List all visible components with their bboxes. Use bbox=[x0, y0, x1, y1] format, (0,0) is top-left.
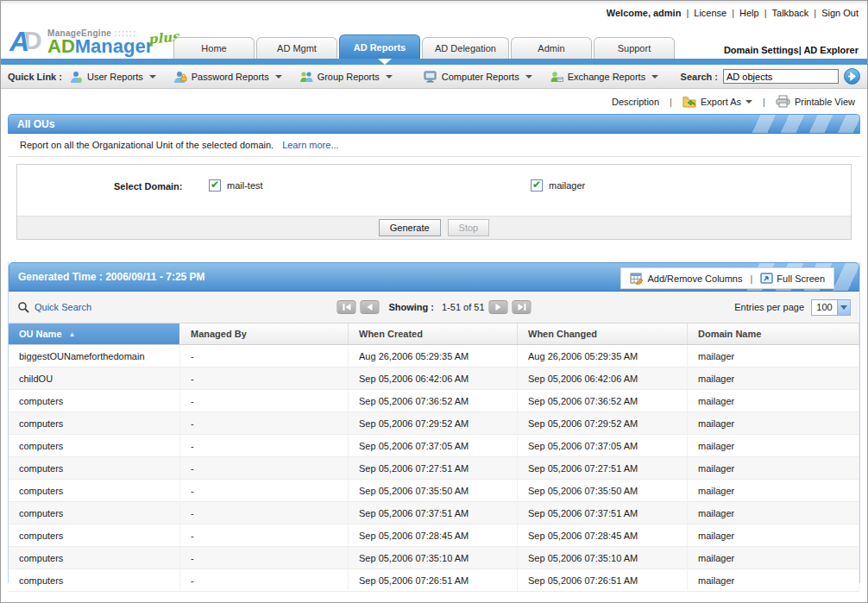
app-window: Welcome, admin | License | Help | Talkba… bbox=[0, 0, 868, 603]
domain-settings-link[interactable]: Domain Settings bbox=[724, 45, 799, 55]
table-cell: - bbox=[180, 480, 349, 501]
table-cell: mailager bbox=[688, 390, 859, 411]
column-header-ou-name[interactable]: OU Name ▲ bbox=[9, 323, 180, 344]
description-button[interactable]: Description bbox=[612, 97, 659, 107]
talkback-link[interactable]: Talkback bbox=[772, 8, 809, 18]
tab-ad-reports[interactable]: AD Reports bbox=[339, 35, 420, 59]
check-icon: ✔ bbox=[211, 179, 219, 190]
domain-option-mailager: ✔ mailager bbox=[531, 179, 585, 192]
column-header-when-created[interactable]: When Created bbox=[349, 323, 518, 344]
sort-asc-icon: ▲ bbox=[69, 330, 76, 338]
menu-exchange-reports[interactable]: Exchange Reports bbox=[550, 70, 659, 84]
showing-label: Showing : bbox=[388, 302, 434, 312]
full-screen-button[interactable]: Full Screen bbox=[760, 273, 825, 284]
menu-computer-reports[interactable]: Computer Reports bbox=[424, 70, 532, 84]
signout-link[interactable]: Sign Out bbox=[821, 8, 859, 18]
first-page-button[interactable] bbox=[337, 300, 355, 314]
table-cell: childOU bbox=[9, 367, 180, 389]
menu-label: Exchange Reports bbox=[568, 72, 646, 82]
search-go-button[interactable] bbox=[844, 68, 860, 85]
column-header-domain-name[interactable]: Domain Name bbox=[688, 323, 859, 344]
app-logo[interactable]: DA ManageEngine :::::: ADManager plus bbox=[9, 26, 153, 57]
logo-manager: Manager bbox=[75, 35, 153, 57]
entries-per-page-select[interactable]: 100 bbox=[811, 299, 851, 316]
next-page-button[interactable] bbox=[489, 300, 508, 314]
menu-password-reports[interactable]: Password Reports bbox=[173, 70, 282, 84]
search-area: Search : bbox=[681, 68, 860, 85]
table-cell: Sep 05,2006 07:35:10 AM bbox=[349, 547, 518, 568]
table-row: biggestOUNameforthedomain-Aug 26,2006 05… bbox=[9, 345, 859, 367]
table-header: OU Name ▲ Managed By When Created When C… bbox=[9, 323, 859, 345]
tab-home[interactable]: Home bbox=[173, 37, 255, 59]
entries-per-page-value: 100 bbox=[812, 302, 837, 312]
column-header-managed-by[interactable]: Managed By bbox=[180, 323, 349, 344]
user-reports-icon bbox=[69, 70, 83, 84]
help-link[interactable]: Help bbox=[739, 8, 759, 18]
quick-search-button[interactable]: Quick Search bbox=[17, 301, 91, 313]
table-cell: Sep 05,2006 07:26:51 AM bbox=[518, 569, 688, 591]
table-cell: - bbox=[180, 435, 349, 456]
table-actions-box: Add/Remove Columns | Full Screen bbox=[620, 267, 834, 289]
table-row: computers-Sep 05,2006 07:37:05 AMSep 05,… bbox=[9, 435, 859, 457]
entries-per-page-label: Entries per page bbox=[734, 302, 804, 312]
table-cell: biggestOUNameforthedomain bbox=[9, 345, 180, 367]
table-tools-row: Quick Search Showing : 1-51 of 51 Entrie… bbox=[9, 292, 859, 323]
chevron-down-icon bbox=[386, 75, 393, 79]
chevron-down-icon bbox=[837, 300, 850, 315]
table-body: biggestOUNameforthedomain-Aug 26,2006 05… bbox=[9, 345, 859, 592]
report-description: Report on all the Organizational Unit of… bbox=[20, 140, 274, 150]
tab-ad-delegation[interactable]: AD Delegation bbox=[422, 37, 509, 59]
table-cell: Sep 05,2006 07:29:52 AM bbox=[349, 412, 518, 434]
table-cell: mailager bbox=[688, 569, 859, 591]
printable-view-button[interactable]: Printable View bbox=[776, 95, 855, 108]
arrow-right-icon bbox=[847, 72, 857, 81]
add-remove-columns-button[interactable]: Add/Remove Columns bbox=[630, 273, 742, 285]
separator: | bbox=[799, 45, 802, 55]
chevron-down-icon bbox=[149, 75, 156, 79]
table-cell: Sep 05,2006 07:37:05 AM bbox=[518, 435, 688, 456]
mail-test-checkbox[interactable]: ✔ bbox=[209, 179, 221, 192]
menu-group-reports[interactable]: Group Reports bbox=[299, 70, 393, 84]
table-cell: - bbox=[180, 502, 349, 524]
accent-bar bbox=[1, 59, 867, 65]
admanager-logo-icon: DA bbox=[9, 26, 47, 57]
export-icon bbox=[682, 95, 696, 108]
ad-explorer-link[interactable]: AD Explorer bbox=[803, 45, 859, 55]
separator: | bbox=[670, 97, 672, 107]
table-cell: - bbox=[180, 547, 349, 568]
description-label: Description bbox=[612, 97, 659, 107]
previous-page-button[interactable] bbox=[360, 300, 379, 314]
table-cell: - bbox=[180, 390, 349, 411]
full-screen-icon bbox=[760, 273, 773, 284]
printable-view-label: Printable View bbox=[795, 97, 855, 107]
column-header-when-changed[interactable]: When Changed bbox=[518, 323, 688, 344]
search-input[interactable] bbox=[723, 69, 839, 84]
select-domain-label: Select Domain: bbox=[114, 181, 182, 192]
domain-select-panel: Select Domain: ✔ mail-test ✔ mailager Ge… bbox=[16, 164, 852, 240]
table-cell: Sep 05,2006 07:28:45 AM bbox=[349, 524, 518, 546]
table-cell: computers bbox=[9, 390, 180, 411]
table-cell: Sep 05,2006 07:35:50 AM bbox=[518, 480, 688, 501]
table-cell: mailager bbox=[688, 524, 859, 546]
chevron-down-icon bbox=[275, 75, 282, 79]
mailager-checkbox[interactable]: ✔ bbox=[531, 179, 543, 192]
table-cell: mailager bbox=[688, 502, 859, 524]
separator: | bbox=[763, 97, 765, 107]
license-link[interactable]: License bbox=[694, 8, 726, 18]
computer-reports-icon bbox=[424, 70, 437, 84]
tab-admin[interactable]: Admin bbox=[511, 37, 592, 59]
magnifier-icon bbox=[17, 301, 29, 313]
chevron-down-icon bbox=[651, 75, 658, 79]
generated-time: Generated Time : 2006/09/11 - 7:25 PM bbox=[18, 271, 205, 283]
last-page-button[interactable] bbox=[513, 300, 531, 314]
table-cell: Sep 05,2006 06:42:06 AM bbox=[349, 367, 518, 389]
table-cell: Aug 26,2006 05:29:35 AM bbox=[518, 345, 688, 367]
tab-support[interactable]: Support bbox=[594, 37, 675, 59]
learn-more-link[interactable]: Learn more... bbox=[282, 140, 338, 150]
export-as-button[interactable]: Export As bbox=[682, 95, 752, 108]
add-remove-columns-icon bbox=[630, 273, 644, 285]
tab-ad-mgmt[interactable]: AD Mgmt bbox=[256, 37, 337, 59]
generate-button[interactable]: Generate bbox=[379, 219, 441, 236]
table-cell: - bbox=[180, 524, 349, 546]
menu-user-reports[interactable]: User Reports bbox=[69, 70, 156, 84]
